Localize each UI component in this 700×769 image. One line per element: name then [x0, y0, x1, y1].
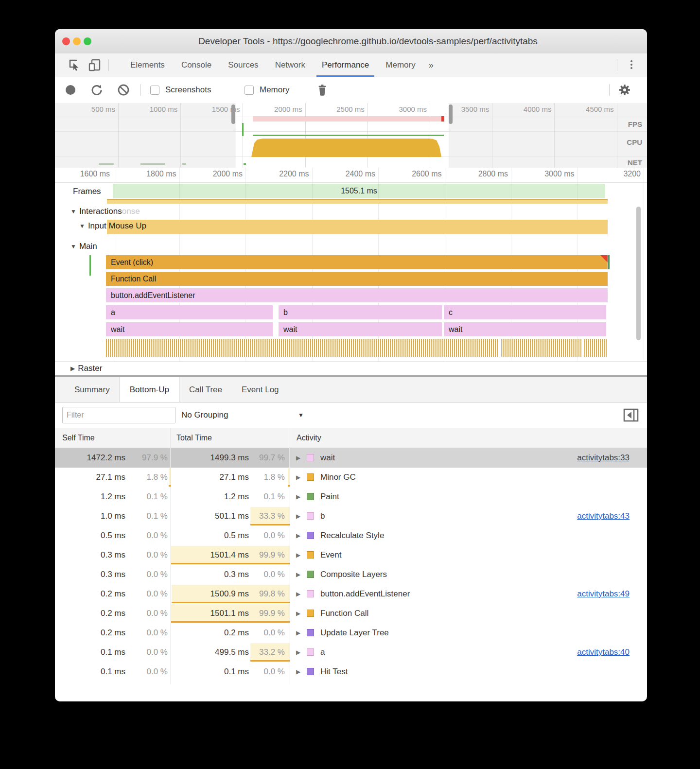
- table-row[interactable]: 0.3 ms0.0 %1501.4 ms99.9 %▶Event: [55, 545, 647, 565]
- expand-row-icon[interactable]: ▶: [296, 468, 300, 487]
- input-track-label[interactable]: ▼Input Mouse Up: [79, 221, 146, 231]
- header-self-time[interactable]: Self Time: [62, 428, 95, 448]
- expand-row-icon[interactable]: ▶: [296, 623, 300, 643]
- screenshots-checkbox[interactable]: [150, 86, 159, 95]
- expand-row-icon[interactable]: ▶: [296, 448, 300, 468]
- expand-row-icon[interactable]: ▶: [296, 604, 300, 623]
- filter-input[interactable]: [62, 407, 175, 423]
- collapse-icon[interactable]: ▼: [79, 223, 85, 229]
- more-options-icon[interactable]: [630, 60, 633, 70]
- flame-bar-b[interactable]: b: [279, 305, 442, 319]
- table-row[interactable]: 0.2 ms0.0 %0.2 ms0.0 %▶Update Layer Tree: [55, 623, 647, 643]
- interactions-track-label[interactable]: ▼Interactionsonse: [70, 207, 140, 216]
- table-row[interactable]: 1.2 ms0.1 %1.2 ms0.1 %▶Paint: [55, 487, 647, 507]
- overview-tick-label: 500 ms: [91, 105, 115, 113]
- selection-handle-left[interactable]: [231, 105, 235, 124]
- flame-chart-scrollbar[interactable]: [636, 207, 641, 340]
- expand-row-icon[interactable]: ▶: [296, 507, 300, 526]
- tab-call-tree[interactable]: Call Tree: [179, 377, 232, 402]
- ruler-tick-label: 2200 ms: [279, 170, 309, 178]
- source-link[interactable]: activitytabs:33: [577, 448, 630, 468]
- device-toolbar-icon[interactable]: [88, 58, 102, 72]
- flame-bar-a[interactable]: a: [106, 305, 273, 319]
- table-row[interactable]: 27.1 ms1.8 %27.1 ms1.8 %▶Minor GC: [55, 468, 647, 487]
- record-button[interactable]: [66, 85, 75, 95]
- tab-sources[interactable]: Sources: [220, 53, 266, 77]
- flame-bar-wait[interactable]: wait: [279, 322, 442, 336]
- frame-duration: 1505.1 ms: [341, 187, 377, 195]
- flame-bar-wait[interactable]: wait: [444, 322, 606, 336]
- inspect-element-icon[interactable]: [67, 58, 82, 72]
- tab-memory[interactable]: Memory: [377, 53, 423, 77]
- table-row[interactable]: 0.2 ms0.0 %1500.9 ms99.8 %▶button.addEve…: [55, 584, 647, 604]
- screenshots-checkbox-label[interactable]: Screenshots: [165, 77, 211, 103]
- header-activity[interactable]: Activity: [297, 428, 321, 448]
- table-row[interactable]: 0.3 ms0.0 %0.3 ms0.0 %▶Composite Layers: [55, 565, 647, 584]
- activity-name: b: [320, 507, 325, 526]
- self-time-cell: 1.0 ms0.1 %: [55, 507, 171, 526]
- expand-row-icon[interactable]: ▶: [296, 662, 300, 682]
- minimize-window-button[interactable]: [73, 37, 81, 45]
- flame-bar-wait[interactable]: wait: [106, 322, 273, 336]
- expand-row-icon[interactable]: ▶: [296, 487, 300, 507]
- expand-row-icon[interactable]: ▶: [296, 565, 300, 584]
- flame-chart[interactable]: 1600 ms1800 ms2000 ms2200 ms2400 ms2600 …: [55, 168, 647, 375]
- frames-bar[interactable]: 1505.1 ms: [113, 184, 605, 198]
- tab-event-log[interactable]: Event Log: [232, 377, 289, 402]
- overview-tick-label: 3500 ms: [461, 105, 490, 113]
- zoom-window-button[interactable]: [84, 37, 91, 45]
- trash-icon[interactable]: [315, 83, 329, 97]
- table-row[interactable]: 1.0 ms0.1 %501.1 ms33.3 %▶bactivitytabs:…: [55, 507, 647, 526]
- table-row[interactable]: 1472.2 ms97.9 %1499.3 ms99.7 %▶waitactiv…: [55, 448, 647, 468]
- header-total-time[interactable]: Total Time: [176, 428, 212, 448]
- main-track-label[interactable]: ▼Main: [70, 242, 97, 251]
- overview-tick-label: 4000 ms: [524, 105, 552, 113]
- memory-checkbox-label[interactable]: Memory: [260, 77, 289, 103]
- flame-bar-c[interactable]: c: [444, 305, 606, 319]
- dropdown-arrow-icon[interactable]: ▼: [298, 402, 304, 428]
- collapse-icon[interactable]: ▼: [70, 208, 76, 215]
- expand-row-icon[interactable]: ▶: [296, 643, 300, 662]
- tab-bottom-up[interactable]: Bottom-Up: [120, 377, 179, 402]
- expand-row-icon[interactable]: ▶: [296, 526, 300, 545]
- net-lane-label: NET: [628, 158, 642, 167]
- reload-and-record-icon[interactable]: [90, 83, 104, 97]
- expand-row-icon[interactable]: ▶: [296, 584, 300, 604]
- source-link[interactable]: activitytabs:40: [577, 643, 630, 662]
- memory-checkbox[interactable]: [245, 86, 254, 95]
- tab-network[interactable]: Network: [267, 53, 314, 77]
- expand-row-icon[interactable]: ▶: [296, 545, 300, 565]
- source-link[interactable]: activitytabs:49: [577, 584, 630, 604]
- table-row[interactable]: 0.2 ms0.0 %1501.1 ms99.9 %▶Function Call: [55, 604, 647, 623]
- table-row[interactable]: 0.5 ms0.0 %0.5 ms0.0 %▶Recalculate Style: [55, 526, 647, 545]
- selection-handle-right[interactable]: [449, 105, 453, 124]
- table-row[interactable]: 0.1 ms0.0 %499.5 ms33.2 %▶aactivitytabs:…: [55, 643, 647, 662]
- toggle-sidebar-icon[interactable]: [623, 407, 639, 423]
- flame-bar-add-event-listener[interactable]: button.addEventListener: [106, 288, 608, 302]
- flame-bar-function-call[interactable]: Function Call: [106, 272, 608, 286]
- gear-icon[interactable]: [618, 83, 631, 97]
- clear-recording-icon[interactable]: [117, 83, 130, 97]
- overview-gridline: [118, 103, 119, 168]
- total-time-value: 27.1 ms: [220, 468, 249, 487]
- more-tabs-icon[interactable]: »: [424, 53, 438, 77]
- expand-icon[interactable]: ▶: [70, 365, 75, 372]
- grouping-select[interactable]: No Grouping: [181, 402, 228, 428]
- panel-tabs: Elements Console Sources Network Perform…: [122, 53, 438, 77]
- tab-elements[interactable]: Elements: [122, 53, 173, 77]
- tab-console[interactable]: Console: [173, 53, 220, 77]
- table-row[interactable]: 0.1 ms0.0 %0.1 ms0.0 %▶Hit Test: [55, 662, 647, 682]
- tab-performance[interactable]: Performance: [314, 53, 377, 77]
- close-window-button[interactable]: [62, 37, 70, 45]
- self-time-percent: 0.0 %: [147, 526, 168, 545]
- input-mouse-up-bar[interactable]: [107, 220, 608, 234]
- timeline-overview[interactable]: 500 ms1000 ms1500 ms2000 ms2500 ms3000 m…: [55, 103, 647, 168]
- response-ghost-label: onse: [122, 207, 140, 216]
- flame-bar-event-click[interactable]: Event (click): [106, 255, 608, 269]
- collapse-icon[interactable]: ▼: [70, 243, 76, 250]
- bottom-up-table: 1472.2 ms97.9 %1499.3 ms99.7 %▶waitactiv…: [55, 448, 647, 684]
- tab-summary[interactable]: Summary: [65, 377, 120, 402]
- source-link[interactable]: activitytabs:43: [577, 507, 630, 526]
- self-time-value: 0.2 ms: [101, 623, 125, 643]
- raster-track-label[interactable]: ▶Raster: [70, 364, 102, 373]
